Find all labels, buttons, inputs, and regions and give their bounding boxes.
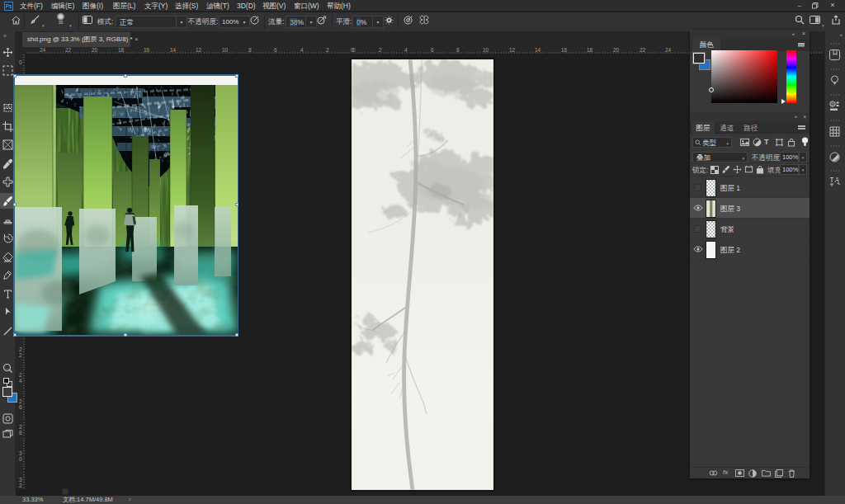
svg-text:30: 30 bbox=[59, 20, 64, 25]
svg-text:@: @ bbox=[830, 101, 834, 106]
